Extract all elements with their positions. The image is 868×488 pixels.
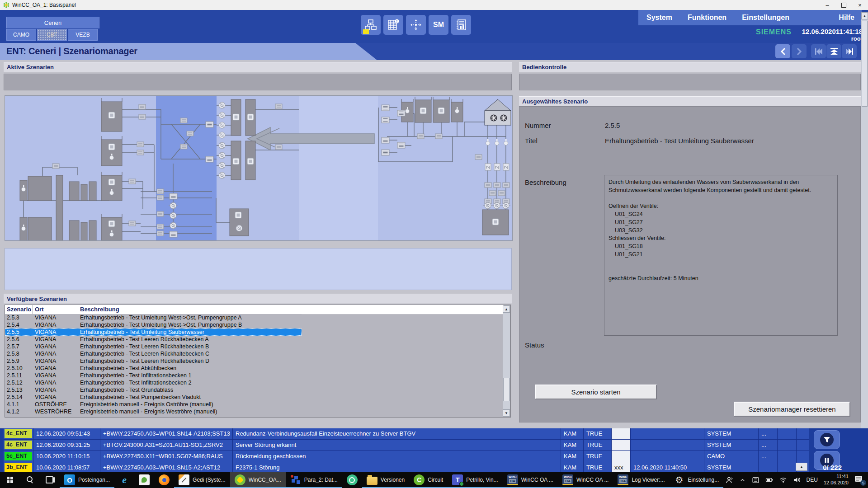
scroll-down-icon[interactable]: ▼ [503, 409, 510, 417]
scrollbar-thumb[interactable] [503, 378, 509, 401]
tunnel-water-schematic[interactable] [5, 95, 513, 241]
alarm-scroll-top-button[interactable]: ▲ [796, 463, 807, 471]
clock[interactable]: 11:41 12.06.2020 [824, 474, 849, 486]
scroll-up-icon[interactable]: ▲ [861, 12, 868, 19]
taskbar-item[interactable] [0, 472, 20, 488]
table-row[interactable]: 2.5.9 VIGANA Erhaltungsbetrieb - Test Le… [5, 357, 302, 365]
cell-beschreibung: Erhaltungsbetrieb - Test Abkühlbecken [78, 365, 302, 372]
alarm-more[interactable] [759, 462, 778, 472]
table-row[interactable]: 2.5.7 VIGANA Erhaltungsbetrieb - Test Le… [5, 343, 302, 350]
scenario-manager-button[interactable]: SM [429, 15, 448, 35]
table-row[interactable]: 2.5.5 VIGANA Erhaltungsbetrieb - Test Um… [5, 328, 302, 336]
menu-item-help[interactable]: Hilfe [839, 14, 854, 22]
maximize-button[interactable] [835, 0, 852, 10]
minimize-button[interactable]: – [819, 0, 835, 10]
taskbar-item[interactable] [134, 472, 154, 488]
nav-forward-button[interactable] [792, 44, 807, 58]
taskbar-item[interactable]: Versionen [362, 472, 409, 488]
menu-item[interactable]: System [646, 14, 672, 22]
alarm-ack-cell[interactable] [612, 451, 631, 462]
alarm-more[interactable]: ... [759, 428, 778, 439]
event-list-button[interactable] [383, 15, 403, 35]
col-szenario[interactable]: Szenario [5, 305, 33, 314]
alarm-spare2 [797, 428, 809, 439]
taskbar-item[interactable]: Posteingan... [60, 472, 114, 488]
alarm-row[interactable]: 4c_ENT 12.06.2020 09:31:25 +BTGV.243000.… [4, 440, 809, 451]
taskbar-item[interactable]: Gedi (Syste... [174, 472, 230, 488]
alarm-row[interactable]: 5c_ENT 10.06.2020 11:10:15 +BWAY.227450.… [4, 451, 809, 462]
sub-tab[interactable]: VEZB [68, 29, 98, 41]
taskbar-item[interactable]: Para_2: Dat... [286, 472, 342, 488]
language-indicator[interactable]: DEU [807, 477, 818, 483]
table-row[interactable]: 4.1.1 OSTRÖHRE Ereignisbetrieb manuell -… [5, 401, 302, 408]
main-scrollbar[interactable]: ▲ ▼ [861, 12, 868, 472]
cell-szenario: 4.1.2 [5, 408, 33, 415]
move-button[interactable] [406, 15, 426, 35]
alarm-more[interactable]: ... [759, 451, 778, 462]
tab-ceneri[interactable]: Ceneri [6, 17, 99, 28]
sub-tab[interactable]: CBT [37, 29, 67, 41]
scrollbar-thumb[interactable] [862, 21, 868, 107]
table-row[interactable]: 2.5.14 VIGANA Erhaltungsbetrieb - Test P… [5, 394, 302, 401]
taskbar-item[interactable] [114, 472, 134, 488]
nav-first-button[interactable] [811, 44, 826, 58]
taskbar-item[interactable] [154, 472, 174, 488]
taskbar-item[interactable]: WinCC OA ... [558, 472, 613, 488]
close-button[interactable]: × [852, 0, 868, 10]
table-row[interactable]: 2.5.12 VIGANA Erhaltungsbetrieb - Test I… [5, 379, 302, 386]
people-icon[interactable] [726, 476, 733, 484]
taskbar-item[interactable] [40, 472, 60, 488]
taskbar-item[interactable] [342, 472, 362, 488]
notification-icon[interactable]: 5 [854, 475, 864, 484]
table-scrollbar[interactable]: ▲ ▼ [503, 305, 510, 417]
table-row[interactable]: 2.5.6 VIGANA Erhaltungsbetrieb - Test Le… [5, 336, 302, 343]
smartcard-icon[interactable] [752, 476, 760, 484]
taskbar-item[interactable]: WinCC OA ... [503, 472, 558, 488]
alarm-row[interactable]: 3b_ENT 10.06.2020 11:08:57 +BWAY.227450.… [4, 462, 809, 472]
table-row[interactable]: 2.5.11 VIGANA Erhaltungsbetrieb - Test I… [5, 372, 302, 379]
status-stub [363, 29, 369, 34]
alarm-filter-button[interactable] [814, 430, 840, 449]
table-row[interactable]: 2.5.13 VIGANA Erhaltungsbetrieb - Test G… [5, 386, 302, 394]
reset-scenario-manager-button[interactable]: Szenariomanager resettieren [734, 402, 850, 417]
col-beschreibung[interactable]: Beschreibung [78, 305, 302, 314]
alarm-ack-cell[interactable] [612, 428, 631, 439]
topology-button[interactable] [361, 15, 381, 35]
table-row[interactable]: 2.5.4 VIGANA Erhaltungsbetrieb - Test Um… [5, 321, 302, 328]
sub-tab[interactable]: CAMO [6, 29, 36, 41]
taskbar-item[interactable]: Circuit [409, 472, 448, 488]
scenario-table[interactable]: Szenario Ort Beschreibung 2.5.3 VIGANA E… [5, 305, 511, 418]
col-ort[interactable]: Ort [33, 305, 78, 314]
cell-szenario: 2.5.5 [5, 328, 33, 336]
alarm-row[interactable]: 4c_ENT 12.06.2020 09:51:43 +BWAY.227450.… [4, 428, 809, 440]
scroll-up-icon[interactable]: ▲ [503, 305, 510, 313]
start-scenario-button[interactable]: Szenario starten [535, 385, 657, 399]
taskbar-item[interactable]: Einstellung... [670, 472, 724, 488]
taskbar-item[interactable]: Petrillo, Vin... [448, 472, 502, 488]
nav-top-button[interactable] [826, 44, 841, 58]
alarm-ack-cell[interactable] [612, 440, 631, 450]
alarm-more[interactable]: ... [759, 440, 778, 450]
taskbar-item[interactable] [20, 472, 40, 488]
alarm-ack-time: 12.06.2020 11:40:50 [631, 462, 704, 472]
table-row[interactable]: 2.5.3 VIGANA Erhaltungsbetrieb - Test Um… [5, 314, 302, 321]
menu-item[interactable]: Funktionen [688, 14, 726, 22]
wifi-icon[interactable] [779, 476, 787, 483]
nav-last-button[interactable] [842, 44, 857, 58]
table-row[interactable]: 2.5.8 VIGANA Erhaltungsbetrieb - Test Le… [5, 350, 302, 357]
table-row[interactable]: 2.5.10 VIGANA Erhaltungsbetrieb - Test A… [5, 365, 302, 372]
cell-ort: VIGANA [33, 314, 78, 321]
report-button[interactable] [451, 15, 471, 35]
nav-back-button[interactable] [775, 44, 790, 58]
active-scenario-list-empty[interactable] [4, 74, 512, 90]
taskbar-item[interactable]: WinCC_OA... [230, 472, 286, 488]
taskbar-item[interactable]: Log Viewer:... [613, 472, 669, 488]
page-header: ENT: Ceneri | Szenariomanager [0, 43, 377, 60]
alarm-ack-cell[interactable]: xxx [612, 462, 631, 472]
cell-ort: VIGANA [33, 365, 78, 372]
chevron-up-icon[interactable] [739, 477, 746, 483]
table-row[interactable]: 4.1.2 WESTRÖHRE Ereignisbetrieb manuell … [5, 408, 302, 415]
menu-item[interactable]: Einstellungen [742, 14, 789, 22]
speaker-icon[interactable] [793, 476, 801, 483]
battery-icon[interactable] [765, 476, 774, 483]
